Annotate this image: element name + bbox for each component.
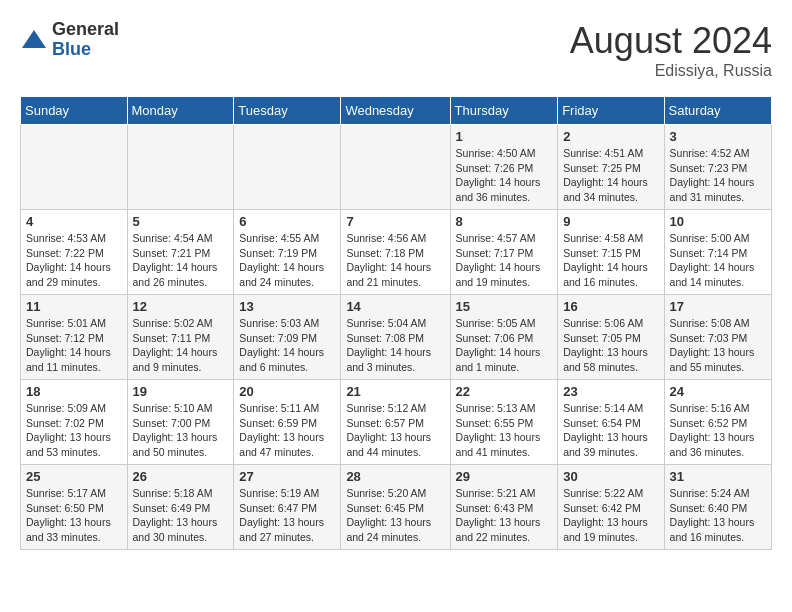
calendar-cell xyxy=(127,125,234,210)
day-info: Sunrise: 5:04 AMSunset: 7:08 PMDaylight:… xyxy=(346,316,444,375)
calendar-cell xyxy=(21,125,128,210)
day-number: 30 xyxy=(563,469,658,484)
day-number: 14 xyxy=(346,299,444,314)
calendar-cell: 26Sunrise: 5:18 AMSunset: 6:49 PMDayligh… xyxy=(127,465,234,550)
day-info: Sunrise: 5:12 AMSunset: 6:57 PMDaylight:… xyxy=(346,401,444,460)
page-header: General Blue August 2024 Edissiya, Russi… xyxy=(20,20,772,80)
calendar-cell: 7Sunrise: 4:56 AMSunset: 7:18 PMDaylight… xyxy=(341,210,450,295)
day-info: Sunrise: 5:24 AMSunset: 6:40 PMDaylight:… xyxy=(670,486,766,545)
calendar-cell: 31Sunrise: 5:24 AMSunset: 6:40 PMDayligh… xyxy=(664,465,771,550)
day-number: 17 xyxy=(670,299,766,314)
day-info: Sunrise: 5:14 AMSunset: 6:54 PMDaylight:… xyxy=(563,401,658,460)
calendar-cell: 9Sunrise: 4:58 AMSunset: 7:15 PMDaylight… xyxy=(558,210,664,295)
day-info: Sunrise: 5:09 AMSunset: 7:02 PMDaylight:… xyxy=(26,401,122,460)
logo-text: General Blue xyxy=(52,20,119,60)
day-info: Sunrise: 4:56 AMSunset: 7:18 PMDaylight:… xyxy=(346,231,444,290)
day-info: Sunrise: 5:21 AMSunset: 6:43 PMDaylight:… xyxy=(456,486,553,545)
calendar-cell: 18Sunrise: 5:09 AMSunset: 7:02 PMDayligh… xyxy=(21,380,128,465)
day-info: Sunrise: 5:16 AMSunset: 6:52 PMDaylight:… xyxy=(670,401,766,460)
svg-marker-0 xyxy=(22,30,46,48)
calendar-cell: 13Sunrise: 5:03 AMSunset: 7:09 PMDayligh… xyxy=(234,295,341,380)
location-text: Edissiya, Russia xyxy=(570,62,772,80)
day-info: Sunrise: 4:50 AMSunset: 7:26 PMDaylight:… xyxy=(456,146,553,205)
day-info: Sunrise: 4:55 AMSunset: 7:19 PMDaylight:… xyxy=(239,231,335,290)
calendar-week-3: 11Sunrise: 5:01 AMSunset: 7:12 PMDayligh… xyxy=(21,295,772,380)
day-number: 16 xyxy=(563,299,658,314)
logo-general-text: General xyxy=(52,20,119,40)
day-info: Sunrise: 4:53 AMSunset: 7:22 PMDaylight:… xyxy=(26,231,122,290)
day-info: Sunrise: 5:10 AMSunset: 7:00 PMDaylight:… xyxy=(133,401,229,460)
day-number: 22 xyxy=(456,384,553,399)
weekday-header-saturday: Saturday xyxy=(664,97,771,125)
calendar-table: SundayMondayTuesdayWednesdayThursdayFrid… xyxy=(20,96,772,550)
day-info: Sunrise: 5:19 AMSunset: 6:47 PMDaylight:… xyxy=(239,486,335,545)
day-number: 25 xyxy=(26,469,122,484)
day-info: Sunrise: 5:05 AMSunset: 7:06 PMDaylight:… xyxy=(456,316,553,375)
day-info: Sunrise: 5:22 AMSunset: 6:42 PMDaylight:… xyxy=(563,486,658,545)
calendar-cell: 14Sunrise: 5:04 AMSunset: 7:08 PMDayligh… xyxy=(341,295,450,380)
day-info: Sunrise: 5:20 AMSunset: 6:45 PMDaylight:… xyxy=(346,486,444,545)
calendar-cell: 20Sunrise: 5:11 AMSunset: 6:59 PMDayligh… xyxy=(234,380,341,465)
weekday-header-wednesday: Wednesday xyxy=(341,97,450,125)
day-number: 4 xyxy=(26,214,122,229)
day-number: 9 xyxy=(563,214,658,229)
day-number: 27 xyxy=(239,469,335,484)
weekday-header-friday: Friday xyxy=(558,97,664,125)
weekday-header-monday: Monday xyxy=(127,97,234,125)
logo-blue-text: Blue xyxy=(52,40,119,60)
calendar-cell: 24Sunrise: 5:16 AMSunset: 6:52 PMDayligh… xyxy=(664,380,771,465)
day-number: 18 xyxy=(26,384,122,399)
day-info: Sunrise: 5:00 AMSunset: 7:14 PMDaylight:… xyxy=(670,231,766,290)
calendar-cell: 19Sunrise: 5:10 AMSunset: 7:00 PMDayligh… xyxy=(127,380,234,465)
calendar-cell: 23Sunrise: 5:14 AMSunset: 6:54 PMDayligh… xyxy=(558,380,664,465)
calendar-header: SundayMondayTuesdayWednesdayThursdayFrid… xyxy=(21,97,772,125)
title-block: August 2024 Edissiya, Russia xyxy=(570,20,772,80)
day-number: 29 xyxy=(456,469,553,484)
calendar-cell: 22Sunrise: 5:13 AMSunset: 6:55 PMDayligh… xyxy=(450,380,558,465)
day-number: 19 xyxy=(133,384,229,399)
calendar-cell: 15Sunrise: 5:05 AMSunset: 7:06 PMDayligh… xyxy=(450,295,558,380)
day-info: Sunrise: 5:01 AMSunset: 7:12 PMDaylight:… xyxy=(26,316,122,375)
day-info: Sunrise: 4:54 AMSunset: 7:21 PMDaylight:… xyxy=(133,231,229,290)
day-number: 10 xyxy=(670,214,766,229)
weekday-header-row: SundayMondayTuesdayWednesdayThursdayFrid… xyxy=(21,97,772,125)
day-number: 13 xyxy=(239,299,335,314)
day-info: Sunrise: 4:58 AMSunset: 7:15 PMDaylight:… xyxy=(563,231,658,290)
month-title: August 2024 xyxy=(570,20,772,62)
calendar-cell: 4Sunrise: 4:53 AMSunset: 7:22 PMDaylight… xyxy=(21,210,128,295)
calendar-cell: 27Sunrise: 5:19 AMSunset: 6:47 PMDayligh… xyxy=(234,465,341,550)
day-info: Sunrise: 4:51 AMSunset: 7:25 PMDaylight:… xyxy=(563,146,658,205)
weekday-header-tuesday: Tuesday xyxy=(234,97,341,125)
calendar-cell: 17Sunrise: 5:08 AMSunset: 7:03 PMDayligh… xyxy=(664,295,771,380)
day-number: 7 xyxy=(346,214,444,229)
calendar-week-2: 4Sunrise: 4:53 AMSunset: 7:22 PMDaylight… xyxy=(21,210,772,295)
calendar-cell xyxy=(341,125,450,210)
weekday-header-sunday: Sunday xyxy=(21,97,128,125)
calendar-cell: 3Sunrise: 4:52 AMSunset: 7:23 PMDaylight… xyxy=(664,125,771,210)
calendar-cell: 1Sunrise: 4:50 AMSunset: 7:26 PMDaylight… xyxy=(450,125,558,210)
day-number: 23 xyxy=(563,384,658,399)
calendar-cell: 21Sunrise: 5:12 AMSunset: 6:57 PMDayligh… xyxy=(341,380,450,465)
calendar-cell: 2Sunrise: 4:51 AMSunset: 7:25 PMDaylight… xyxy=(558,125,664,210)
day-number: 21 xyxy=(346,384,444,399)
calendar-cell: 10Sunrise: 5:00 AMSunset: 7:14 PMDayligh… xyxy=(664,210,771,295)
day-info: Sunrise: 5:08 AMSunset: 7:03 PMDaylight:… xyxy=(670,316,766,375)
calendar-body: 1Sunrise: 4:50 AMSunset: 7:26 PMDaylight… xyxy=(21,125,772,550)
calendar-cell: 29Sunrise: 5:21 AMSunset: 6:43 PMDayligh… xyxy=(450,465,558,550)
calendar-cell: 5Sunrise: 4:54 AMSunset: 7:21 PMDaylight… xyxy=(127,210,234,295)
day-number: 31 xyxy=(670,469,766,484)
day-info: Sunrise: 5:11 AMSunset: 6:59 PMDaylight:… xyxy=(239,401,335,460)
calendar-cell: 28Sunrise: 5:20 AMSunset: 6:45 PMDayligh… xyxy=(341,465,450,550)
day-info: Sunrise: 5:02 AMSunset: 7:11 PMDaylight:… xyxy=(133,316,229,375)
day-number: 15 xyxy=(456,299,553,314)
day-info: Sunrise: 4:57 AMSunset: 7:17 PMDaylight:… xyxy=(456,231,553,290)
calendar-week-1: 1Sunrise: 4:50 AMSunset: 7:26 PMDaylight… xyxy=(21,125,772,210)
calendar-cell: 11Sunrise: 5:01 AMSunset: 7:12 PMDayligh… xyxy=(21,295,128,380)
day-info: Sunrise: 5:03 AMSunset: 7:09 PMDaylight:… xyxy=(239,316,335,375)
day-info: Sunrise: 5:18 AMSunset: 6:49 PMDaylight:… xyxy=(133,486,229,545)
day-info: Sunrise: 4:52 AMSunset: 7:23 PMDaylight:… xyxy=(670,146,766,205)
calendar-cell: 6Sunrise: 4:55 AMSunset: 7:19 PMDaylight… xyxy=(234,210,341,295)
day-number: 3 xyxy=(670,129,766,144)
day-info: Sunrise: 5:06 AMSunset: 7:05 PMDaylight:… xyxy=(563,316,658,375)
day-number: 8 xyxy=(456,214,553,229)
